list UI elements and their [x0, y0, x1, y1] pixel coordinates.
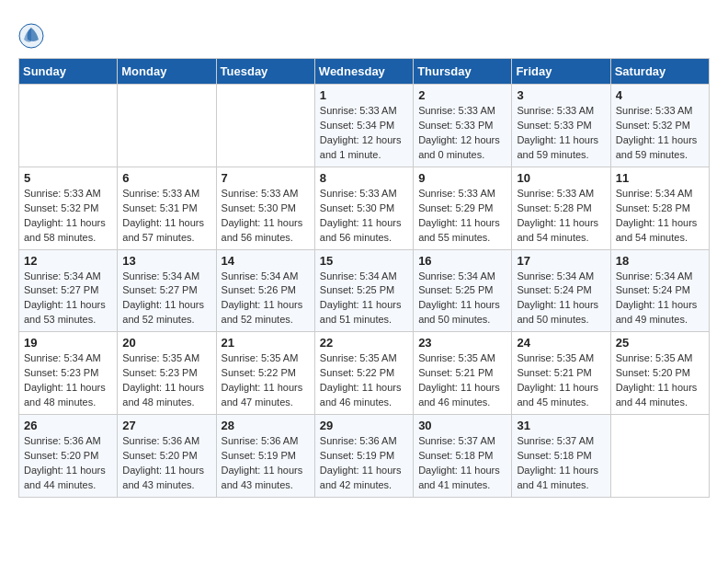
- calendar-cell: 7Sunrise: 5:33 AM Sunset: 5:30 PM Daylig…: [216, 167, 314, 249]
- day-number: 20: [122, 336, 210, 350]
- day-info: Sunrise: 5:33 AM Sunset: 5:33 PM Dayligh…: [418, 104, 506, 163]
- calendar-cell: 11Sunrise: 5:34 AM Sunset: 5:28 PM Dayli…: [610, 167, 709, 249]
- calendar-cell: 16Sunrise: 5:34 AM Sunset: 5:25 PM Dayli…: [414, 249, 512, 332]
- week-row-1: 1Sunrise: 5:33 AM Sunset: 5:34 PM Daylig…: [19, 85, 710, 167]
- week-row-5: 26Sunrise: 5:36 AM Sunset: 5:20 PM Dayli…: [19, 415, 710, 498]
- day-number: 7: [222, 171, 310, 185]
- day-info: Sunrise: 5:33 AM Sunset: 5:32 PM Dayligh…: [616, 104, 704, 163]
- day-number: 24: [517, 336, 605, 350]
- week-row-3: 12Sunrise: 5:34 AM Sunset: 5:27 PM Dayli…: [19, 249, 710, 332]
- calendar-cell: 17Sunrise: 5:34 AM Sunset: 5:24 PM Dayli…: [512, 249, 610, 332]
- day-info: Sunrise: 5:33 AM Sunset: 5:28 PM Dayligh…: [517, 187, 605, 246]
- day-info: Sunrise: 5:34 AM Sunset: 5:28 PM Dayligh…: [616, 187, 704, 246]
- day-header-sunday: Sunday: [19, 59, 118, 85]
- calendar-cell: 20Sunrise: 5:35 AM Sunset: 5:23 PM Dayli…: [118, 332, 216, 415]
- day-info: Sunrise: 5:36 AM Sunset: 5:19 PM Dayligh…: [320, 434, 408, 493]
- calendar-cell: 26Sunrise: 5:36 AM Sunset: 5:20 PM Dayli…: [19, 415, 118, 498]
- day-number: 29: [320, 419, 408, 432]
- calendar-cell: 1Sunrise: 5:33 AM Sunset: 5:34 PM Daylig…: [314, 85, 413, 167]
- day-number: 4: [616, 88, 704, 102]
- calendar-table: SundayMondayTuesdayWednesdayThursdayFrid…: [18, 58, 710, 498]
- day-info: Sunrise: 5:34 AM Sunset: 5:23 PM Dayligh…: [24, 351, 112, 410]
- day-number: 31: [517, 419, 605, 432]
- day-info: Sunrise: 5:35 AM Sunset: 5:20 PM Dayligh…: [616, 351, 704, 410]
- calendar-cell: 30Sunrise: 5:37 AM Sunset: 5:18 PM Dayli…: [414, 415, 512, 498]
- day-number: 21: [222, 336, 310, 350]
- calendar-cell: 31Sunrise: 5:37 AM Sunset: 5:18 PM Dayli…: [512, 415, 610, 498]
- logo-icon: [18, 23, 44, 49]
- calendar-cell: 2Sunrise: 5:33 AM Sunset: 5:33 PM Daylig…: [414, 85, 512, 167]
- calendar-cell: 25Sunrise: 5:35 AM Sunset: 5:20 PM Dayli…: [610, 332, 709, 415]
- day-header-saturday: Saturday: [610, 59, 709, 85]
- day-info: Sunrise: 5:34 AM Sunset: 5:24 PM Dayligh…: [517, 270, 605, 328]
- calendar-cell: 8Sunrise: 5:33 AM Sunset: 5:30 PM Daylig…: [314, 167, 413, 249]
- day-number: 10: [517, 171, 605, 185]
- calendar-cell: 14Sunrise: 5:34 AM Sunset: 5:26 PM Dayli…: [216, 249, 314, 332]
- day-info: Sunrise: 5:33 AM Sunset: 5:30 PM Dayligh…: [320, 187, 408, 246]
- day-number: 28: [222, 419, 310, 432]
- calendar-cell: [118, 85, 216, 167]
- day-header-tuesday: Tuesday: [216, 59, 314, 85]
- calendar-cell: 9Sunrise: 5:33 AM Sunset: 5:29 PM Daylig…: [414, 167, 512, 249]
- day-header-friday: Friday: [512, 59, 610, 85]
- day-info: Sunrise: 5:35 AM Sunset: 5:21 PM Dayligh…: [517, 351, 605, 410]
- day-number: 30: [418, 419, 506, 432]
- day-number: 5: [24, 171, 112, 185]
- day-header-monday: Monday: [118, 59, 216, 85]
- day-info: Sunrise: 5:34 AM Sunset: 5:25 PM Dayligh…: [320, 270, 408, 328]
- calendar-cell: 15Sunrise: 5:34 AM Sunset: 5:25 PM Dayli…: [314, 249, 413, 332]
- day-number: 8: [320, 171, 408, 185]
- calendar-cell: 28Sunrise: 5:36 AM Sunset: 5:19 PM Dayli…: [216, 415, 314, 498]
- day-header-thursday: Thursday: [414, 59, 512, 85]
- calendar-cell: 10Sunrise: 5:33 AM Sunset: 5:28 PM Dayli…: [512, 167, 610, 249]
- day-number: 2: [418, 88, 506, 102]
- day-info: Sunrise: 5:33 AM Sunset: 5:31 PM Dayligh…: [122, 187, 210, 246]
- calendar-cell: [610, 415, 709, 498]
- calendar-cell: 19Sunrise: 5:34 AM Sunset: 5:23 PM Dayli…: [19, 332, 118, 415]
- calendar-cell: 18Sunrise: 5:34 AM Sunset: 5:24 PM Dayli…: [610, 249, 709, 332]
- calendar-cell: 3Sunrise: 5:33 AM Sunset: 5:33 PM Daylig…: [512, 85, 610, 167]
- calendar-cell: 13Sunrise: 5:34 AM Sunset: 5:27 PM Dayli…: [118, 249, 216, 332]
- day-info: Sunrise: 5:33 AM Sunset: 5:30 PM Dayligh…: [222, 187, 310, 246]
- calendar-cell: 23Sunrise: 5:35 AM Sunset: 5:21 PM Dayli…: [414, 332, 512, 415]
- day-info: Sunrise: 5:37 AM Sunset: 5:18 PM Dayligh…: [517, 434, 605, 493]
- day-info: Sunrise: 5:35 AM Sunset: 5:21 PM Dayligh…: [418, 351, 506, 410]
- week-row-4: 19Sunrise: 5:34 AM Sunset: 5:23 PM Dayli…: [19, 332, 710, 415]
- day-number: 23: [418, 336, 506, 350]
- day-info: Sunrise: 5:34 AM Sunset: 5:27 PM Dayligh…: [24, 270, 112, 328]
- day-info: Sunrise: 5:35 AM Sunset: 5:23 PM Dayligh…: [122, 351, 210, 410]
- page-header: [18, 18, 710, 49]
- day-info: Sunrise: 5:33 AM Sunset: 5:29 PM Dayligh…: [418, 187, 506, 246]
- calendar-cell: 4Sunrise: 5:33 AM Sunset: 5:32 PM Daylig…: [610, 85, 709, 167]
- day-number: 26: [24, 419, 112, 432]
- logo: [18, 23, 48, 49]
- day-info: Sunrise: 5:35 AM Sunset: 5:22 PM Dayligh…: [222, 351, 310, 410]
- day-number: 9: [418, 171, 506, 185]
- day-number: 1: [320, 88, 408, 102]
- week-row-2: 5Sunrise: 5:33 AM Sunset: 5:32 PM Daylig…: [19, 167, 710, 249]
- calendar-cell: 21Sunrise: 5:35 AM Sunset: 5:22 PM Dayli…: [216, 332, 314, 415]
- day-number: 3: [517, 88, 605, 102]
- calendar-cell: 27Sunrise: 5:36 AM Sunset: 5:20 PM Dayli…: [118, 415, 216, 498]
- day-info: Sunrise: 5:33 AM Sunset: 5:32 PM Dayligh…: [24, 187, 112, 246]
- day-info: Sunrise: 5:36 AM Sunset: 5:20 PM Dayligh…: [122, 434, 210, 493]
- calendar-cell: 29Sunrise: 5:36 AM Sunset: 5:19 PM Dayli…: [314, 415, 413, 498]
- day-number: 15: [320, 254, 408, 268]
- day-number: 11: [616, 171, 704, 185]
- day-number: 6: [122, 171, 210, 185]
- day-info: Sunrise: 5:34 AM Sunset: 5:25 PM Dayligh…: [418, 270, 506, 328]
- day-info: Sunrise: 5:37 AM Sunset: 5:18 PM Dayligh…: [418, 434, 506, 493]
- day-info: Sunrise: 5:34 AM Sunset: 5:26 PM Dayligh…: [222, 270, 310, 328]
- day-info: Sunrise: 5:36 AM Sunset: 5:19 PM Dayligh…: [222, 434, 310, 493]
- day-info: Sunrise: 5:34 AM Sunset: 5:27 PM Dayligh…: [122, 270, 210, 328]
- day-info: Sunrise: 5:34 AM Sunset: 5:24 PM Dayligh…: [616, 270, 704, 328]
- day-header-wednesday: Wednesday: [314, 59, 413, 85]
- calendar-cell: 12Sunrise: 5:34 AM Sunset: 5:27 PM Dayli…: [19, 249, 118, 332]
- day-info: Sunrise: 5:36 AM Sunset: 5:20 PM Dayligh…: [24, 434, 112, 493]
- day-headers-row: SundayMondayTuesdayWednesdayThursdayFrid…: [19, 59, 710, 85]
- day-number: 27: [122, 419, 210, 432]
- day-info: Sunrise: 5:35 AM Sunset: 5:22 PM Dayligh…: [320, 351, 408, 410]
- calendar-cell: 5Sunrise: 5:33 AM Sunset: 5:32 PM Daylig…: [19, 167, 118, 249]
- day-number: 18: [616, 254, 704, 268]
- day-number: 14: [222, 254, 310, 268]
